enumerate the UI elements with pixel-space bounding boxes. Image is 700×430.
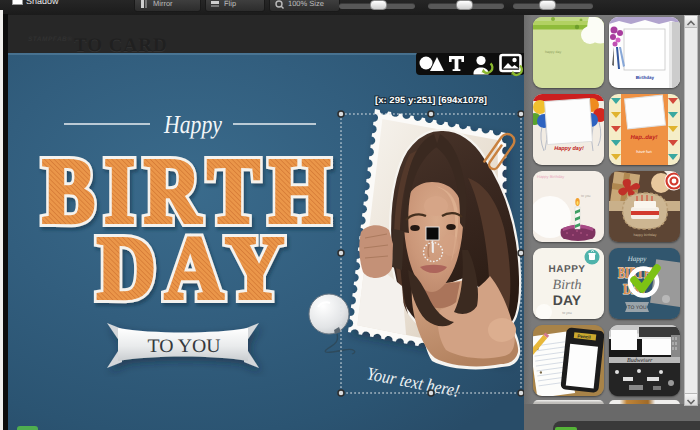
svg-text:DAY: DAY — [553, 292, 582, 308]
svg-text:have fun: have fun — [636, 149, 651, 154]
svg-text:Happy Birthday: Happy Birthday — [537, 174, 564, 179]
svg-text:[x: 295 y:251] [694x1078]: [x: 295 y:251] [694x1078] — [375, 95, 487, 105]
svg-text:DAY: DAY — [97, 219, 293, 318]
svg-text:to you: to you — [581, 194, 591, 198]
svg-text:Birthday: Birthday — [636, 75, 655, 80]
svg-text:Budweiser: Budweiser — [627, 357, 653, 364]
svg-text:Your text here!: Your text here! — [365, 363, 461, 401]
svg-text:to you: to you — [562, 311, 572, 315]
svg-text:TO YOU: TO YOU — [148, 336, 221, 357]
svg-text:HAPPY: HAPPY — [549, 264, 586, 275]
svg-text:Happy day!: Happy day! — [554, 146, 584, 152]
svg-text:Hap..day!: Hap..day! — [630, 134, 657, 141]
svg-text:Birth: Birth — [553, 278, 582, 293]
svg-text:Happy: Happy — [163, 110, 222, 139]
svg-text:happy birthday: happy birthday — [634, 233, 657, 237]
svg-text:happy day: happy day — [545, 50, 561, 54]
